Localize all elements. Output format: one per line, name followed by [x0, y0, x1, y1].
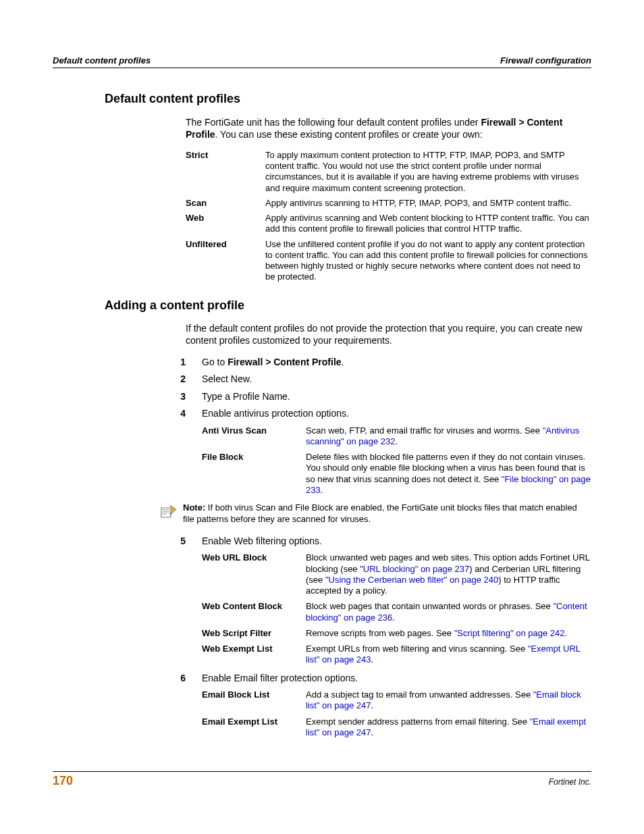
- av-options-table: Anti Virus Scan Scan web, FTP, and email…: [202, 425, 591, 496]
- web-desc: Exempt URLs from web filtering and virus…: [306, 644, 591, 666]
- profile-term-web: Web: [186, 213, 265, 235]
- profile-desc: Apply antivirus scanning and Web content…: [265, 213, 591, 235]
- profile-term-strict: Strict: [186, 150, 265, 194]
- intro-text-a: The FortiGate unit has the following fou…: [186, 117, 481, 128]
- link-script-filtering[interactable]: "Script filtering" on page 242: [454, 628, 565, 638]
- profile-term-scan: Scan: [186, 198, 265, 209]
- default-profiles-table: Strict To apply maximum content protecti…: [186, 150, 591, 283]
- page-content: Default content profiles The FortiGate u…: [105, 91, 591, 745]
- step-number: 4: [155, 408, 202, 420]
- step-text: Go to Firewall > Content Profile.: [202, 357, 591, 369]
- profile-desc: Apply antivirus scanning to HTTP, FTP, I…: [265, 198, 591, 209]
- email-term: Email Exempt List: [202, 716, 306, 739]
- intro-paragraph-adding: If the default content profiles do not p…: [186, 322, 591, 346]
- web-options-table: Web URL Block Block unwanted web pages a…: [202, 552, 591, 665]
- note-label: Note:: [183, 502, 205, 513]
- footer-company: Fortinet Inc.: [549, 777, 591, 787]
- table-row: Web Content Block Block web pages that c…: [202, 601, 591, 623]
- email-options-table: Email Block List Add a subject tag to em…: [202, 689, 591, 738]
- table-row: Scan Apply antivirus scanning to HTTP, F…: [186, 198, 591, 209]
- profile-term-unfiltered: Unfiltered: [186, 239, 265, 283]
- section-title-defaults: Default content profiles: [105, 91, 591, 107]
- header-rule: [53, 68, 591, 68]
- step-row: 5 Enable Web filtering options.: [155, 536, 591, 548]
- link-url-blocking[interactable]: "URL blocking" on page 237: [360, 564, 469, 574]
- web-term: Web Exempt List: [202, 644, 306, 666]
- footer-rule: [53, 771, 591, 772]
- table-row: Strict To apply maximum content protecti…: [186, 150, 591, 194]
- e1-b: .: [371, 700, 373, 710]
- table-row: Web URL Block Block unwanted web pages a…: [202, 552, 591, 596]
- web-term: Web Content Block: [202, 601, 306, 623]
- step-text: Enable Web filtering options.: [202, 536, 591, 548]
- step1-path: Firewall > Content Profile: [227, 357, 341, 367]
- step-text: Enable Email filter protection options.: [202, 673, 591, 685]
- step-number: 6: [155, 673, 202, 685]
- table-row: Unfiltered Use the unfiltered content pr…: [186, 239, 591, 283]
- w4-a: Exempt URLs from web filtering and virus…: [306, 644, 528, 654]
- step-number: 5: [155, 536, 202, 548]
- table-row: File Block Delete files with blocked fil…: [202, 452, 591, 496]
- web-desc: Remove scripts from web pages. See "Scri…: [306, 628, 591, 639]
- header-right: Firewall configuration: [500, 55, 591, 66]
- w3-a: Remove scripts from web pages. See: [306, 628, 454, 638]
- header-left: Default content profiles: [53, 55, 151, 66]
- step-row: 1 Go to Firewall > Content Profile.: [155, 357, 591, 369]
- email-desc: Add a subject tag to email from unwanted…: [306, 689, 591, 712]
- step1-a: Go to: [202, 357, 227, 367]
- w2-b: .: [392, 613, 395, 623]
- av1-a: Scan web, FTP, and email traffic for vir…: [306, 425, 543, 436]
- step-row: 6 Enable Email filter protection options…: [155, 673, 591, 685]
- step-row: 2 Select New.: [155, 373, 591, 386]
- av1-b: .: [396, 436, 398, 446]
- profile-desc: To apply maximum content protection to H…: [265, 150, 591, 194]
- step-text: Select New.: [202, 373, 591, 386]
- note-icon: [159, 502, 183, 526]
- step-text: Type a Profile Name.: [202, 391, 591, 403]
- table-row: Web Exempt List Exempt URLs from web fil…: [202, 644, 591, 666]
- email-term: Email Block List: [202, 689, 306, 712]
- step1-b: .: [342, 357, 344, 367]
- section-title-adding: Adding a content profile: [105, 298, 591, 313]
- email-desc: Exempt sender address patterns from emai…: [306, 716, 591, 739]
- av-term: File Block: [202, 452, 306, 496]
- step-number: 1: [155, 357, 202, 369]
- e2-b: .: [371, 727, 373, 737]
- web-term: Web URL Block: [202, 552, 306, 596]
- note-body: If both virus Scan and File Block are en…: [183, 502, 577, 524]
- page-footer: 170 Fortinet Inc.: [53, 774, 591, 788]
- table-row: Anti Virus Scan Scan web, FTP, and email…: [202, 425, 591, 448]
- profile-desc: Use the unfiltered content profile if yo…: [265, 239, 591, 283]
- note-block: Note: If both virus Scan and File Block …: [159, 502, 591, 526]
- web-desc: Block unwanted web pages and web sites. …: [306, 552, 591, 596]
- w3-b: .: [565, 628, 568, 638]
- e1-a: Add a subject tag to email from unwanted…: [306, 689, 533, 700]
- table-row: Web Apply antivirus scanning and Web con…: [186, 213, 591, 235]
- web-desc: Block web pages that contain unwanted wo…: [306, 601, 591, 623]
- w4-b: .: [371, 654, 373, 664]
- note-text: Note: If both virus Scan and File Block …: [183, 502, 591, 525]
- step-text: Enable antivirus protection options.: [202, 408, 591, 420]
- link-cerberian-filter[interactable]: "Using the Cerberian web filter" on page…: [325, 575, 498, 585]
- av-desc: Scan web, FTP, and email traffic for vir…: [306, 425, 591, 448]
- intro-text-b: . You can use these existing content pro…: [215, 129, 483, 140]
- page-header: Default content profiles Firewall config…: [53, 55, 591, 66]
- w2-a: Block web pages that contain unwanted wo…: [306, 601, 553, 611]
- av-desc: Delete files with blocked file patterns …: [306, 452, 591, 496]
- step-row: 3 Type a Profile Name.: [155, 391, 591, 403]
- e2-a: Exempt sender address patterns from emai…: [306, 716, 530, 727]
- intro-paragraph-defaults: The FortiGate unit has the following fou…: [186, 116, 591, 140]
- page-number: 170: [53, 774, 73, 788]
- step-number: 3: [155, 391, 202, 403]
- av2-b: .: [321, 485, 323, 495]
- step-number: 2: [155, 373, 202, 386]
- step-row: 4 Enable antivirus protection options.: [155, 408, 591, 420]
- table-row: Web Script Filter Remove scripts from we…: [202, 628, 591, 639]
- av-term: Anti Virus Scan: [202, 425, 306, 448]
- table-row: Email Block List Add a subject tag to em…: [202, 689, 591, 712]
- web-term: Web Script Filter: [202, 628, 306, 639]
- table-row: Email Exempt List Exempt sender address …: [202, 716, 591, 739]
